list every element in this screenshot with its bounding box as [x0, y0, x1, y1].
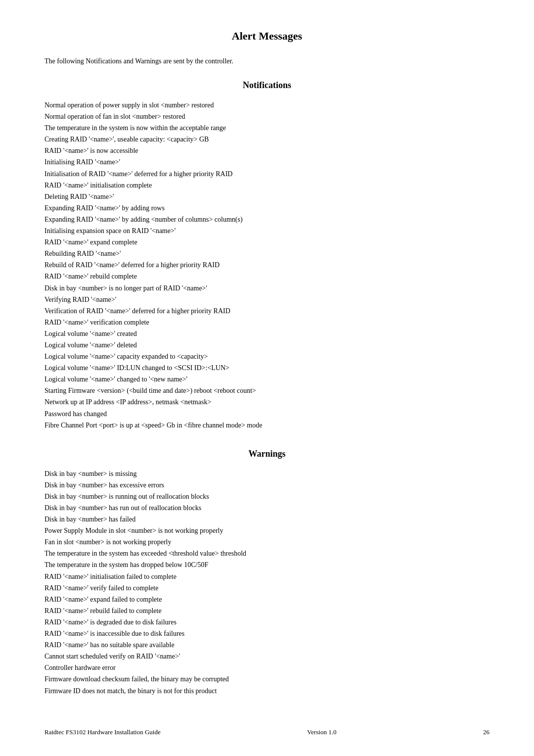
list-item: Expanding RAID '<name>' by adding rows	[44, 202, 490, 214]
list-item: Cannot start scheduled verify on RAID '<…	[44, 651, 490, 662]
list-item: Fan in slot <number> is not working prop…	[44, 536, 490, 548]
footer-left: Raidtec FS3102 Hardware Installation Gui…	[44, 728, 161, 736]
list-item: Rebuilding RAID '<name>'	[44, 248, 490, 259]
list-item: RAID '<name>' rebuild failed to complete	[44, 605, 490, 616]
list-item: Power Supply Module in slot <number> is …	[44, 525, 490, 536]
list-item: Logical volume '<name>' ID:LUN changed t…	[44, 362, 490, 374]
list-item: RAID '<name>' initialisation failed to c…	[44, 571, 490, 582]
list-item: Disk in bay <number> is missing	[44, 468, 490, 479]
list-item: Normal operation of power supply in slot…	[44, 99, 490, 111]
intro-text: The following Notifications and Warnings…	[44, 57, 490, 65]
warnings-list: Disk in bay <number> is missingDisk in b…	[44, 468, 490, 697]
list-item: Disk in bay <number> has failed	[44, 514, 490, 525]
list-item: RAID '<name>' initialisation complete	[44, 180, 490, 191]
list-item: The temperature in the system is now wit…	[44, 122, 490, 134]
notifications-list: Normal operation of power supply in slot…	[44, 99, 490, 431]
list-item: Deleting RAID '<name>'	[44, 191, 490, 202]
list-item: Logical volume '<name>' created	[44, 328, 490, 339]
list-item: RAID '<name>' rebuild complete	[44, 271, 490, 282]
list-item: Normal operation of fan in slot <number>…	[44, 111, 490, 122]
list-item: Initialising RAID '<name>'	[44, 156, 490, 168]
notifications-heading: Notifications	[44, 80, 490, 91]
list-item: Disk in bay <number> is running out of r…	[44, 491, 490, 502]
list-item: Controller hardware error	[44, 662, 490, 673]
list-item: Logical volume '<name>' deleted	[44, 339, 490, 351]
list-item: Logical volume '<name>' capacity expande…	[44, 351, 490, 362]
page: Alert Messages The following Notificatio…	[0, 0, 534, 756]
list-item: RAID '<name>' expand complete	[44, 236, 490, 248]
list-item: Rebuild of RAID '<name>' deferred for a …	[44, 259, 490, 271]
list-item: Initialisation of RAID '<name>' deferred…	[44, 168, 490, 180]
page-title: Alert Messages	[44, 30, 490, 43]
list-item: Fibre Channel Port <port> is up at <spee…	[44, 420, 490, 431]
list-item: Firmware download checksum failed, the b…	[44, 673, 490, 685]
list-item: Verifying RAID '<name>'	[44, 294, 490, 305]
list-item: Password has changed	[44, 408, 490, 420]
list-item: RAID '<name>' expand failed to complete	[44, 594, 490, 605]
list-item: The temperature in the system has exceed…	[44, 548, 490, 559]
list-item: Logical volume '<name>' changed to '<new…	[44, 374, 490, 385]
list-item: Disk in bay <number> has run out of real…	[44, 502, 490, 514]
list-item: Starting Firmware <version> (<build time…	[44, 385, 490, 396]
list-item: Network up at IP address <IP address>, n…	[44, 396, 490, 408]
list-item: RAID '<name>' verification complete	[44, 317, 490, 328]
list-item: RAID '<name>' is inaccessible due to dis…	[44, 628, 490, 639]
warnings-heading: Warnings	[44, 449, 490, 459]
footer-right: 26	[483, 728, 490, 736]
footer-center: Version 1.0	[307, 728, 336, 736]
list-item: Disk in bay <number> has excessive error…	[44, 479, 490, 491]
list-item: RAID '<name>' is degraded due to disk fa…	[44, 616, 490, 628]
list-item: Creating RAID '<name>', useable capacity…	[44, 134, 490, 145]
list-item: Initialising expansion space on RAID '<n…	[44, 225, 490, 236]
list-item: Disk in bay <number> is no longer part o…	[44, 283, 490, 294]
footer: Raidtec FS3102 Hardware Installation Gui…	[44, 728, 490, 736]
list-item: The temperature in the system has droppe…	[44, 559, 490, 570]
list-item: Firmware ID does not match, the binary i…	[44, 685, 490, 697]
list-item: Verification of RAID '<name>' deferred f…	[44, 305, 490, 317]
list-item: RAID '<name>' is now accessible	[44, 145, 490, 156]
list-item: RAID '<name>' has no suitable spare avai…	[44, 639, 490, 651]
list-item: RAID '<name>' verify failed to complete	[44, 582, 490, 594]
list-item: Expanding RAID '<name>' by adding <numbe…	[44, 214, 490, 225]
